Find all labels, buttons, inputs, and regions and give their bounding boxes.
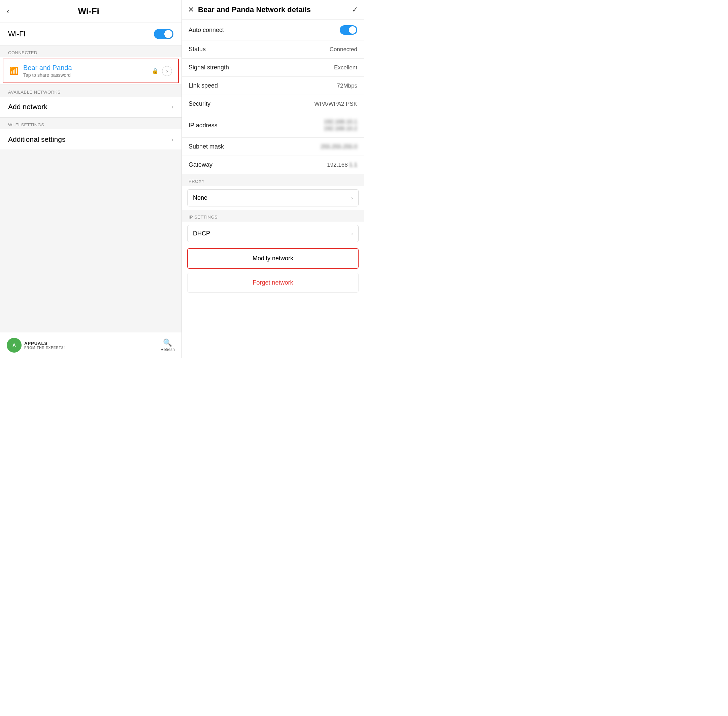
ip-address-label: IP address [188,122,324,129]
subnet-mask-label: Subnet mask [188,143,320,150]
network-sub: Tap to share password [23,73,152,78]
refresh-button[interactable]: 🔍 Refresh [161,338,175,352]
modify-network-button[interactable]: Modify network [187,248,359,269]
status-row: Status Connected [182,40,364,59]
subnet-mask-value: 255.255.255.0 [320,144,357,150]
add-network-item[interactable]: Add network › [0,97,182,117]
gateway-label: Gateway [188,161,327,168]
link-speed-row: Link speed 72Mbps [182,77,364,95]
network-name: Bear and Panda [23,64,152,72]
page-title: Wi-Fi [16,6,161,17]
wifi-toggle[interactable] [154,29,173,39]
back-button[interactable]: ‹ [7,7,9,16]
ip-settings-selector[interactable]: DHCP › [187,225,359,242]
proxy-value-label: None [193,194,351,202]
refresh-label: Refresh [161,347,175,352]
network-chevron-button[interactable]: › [162,66,172,76]
link-speed-label: Link speed [188,82,337,89]
signal-strength-label: Signal strength [188,64,334,71]
confirm-button[interactable]: ✓ [352,5,358,14]
connected-network-item[interactable]: 📶 Bear and Panda Tap to share password 🔒… [3,59,179,83]
close-button[interactable]: ✕ [188,5,194,14]
security-value: WPA/WPA2 PSK [314,101,357,108]
logo-sub-text: FROM THE EXPERTS! [24,346,65,350]
right-header: ✕ Bear and Panda Network details ✓ [182,0,364,20]
forget-network-button[interactable]: Forget network [187,273,359,293]
modify-network-label: Modify network [253,255,293,262]
right-panel: ✕ Bear and Panda Network details ✓ Auto … [182,0,364,358]
auto-connect-knob [349,26,356,34]
appuals-logo: A APPUALS FROM THE EXPERTS! [7,338,65,353]
ip-settings-chevron-icon: › [351,231,353,237]
bottom-bar: A APPUALS FROM THE EXPERTS! 🔍 Refresh [0,332,182,358]
additional-settings-chevron-icon: › [171,136,173,143]
wifi-toggle-row: Wi-Fi [0,23,182,46]
ip-settings-value-label: DHCP [193,230,351,237]
refresh-icon: 🔍 [163,338,172,347]
additional-settings-item[interactable]: Additional settings › [0,129,182,150]
left-panel: ‹ Wi-Fi Wi-Fi CONNECTED 📶 Bear and Panda… [0,0,182,358]
logo-icon: A [7,338,21,353]
ip-settings-section-header: IP SETTINGS [182,210,364,221]
ip-address-row: IP address 192.168.10.1192.168.10.2 [182,113,364,138]
logo-main-text: APPUALS [24,341,65,346]
signal-strength-row: Signal strength Excellent [182,59,364,77]
wifi-signal-icon: 📶 [9,67,18,76]
gateway-row: Gateway 192.168 1.1 [182,156,364,174]
network-actions: 🔒 › [152,66,172,76]
additional-settings-label: Additional settings [8,135,171,144]
wifi-main-label: Wi-Fi [8,30,154,38]
ip-address-value: 192.168.10.1192.168.10.2 [324,118,357,132]
logo-text-block: APPUALS FROM THE EXPERTS! [24,341,65,350]
link-speed-value: 72Mbps [337,82,357,89]
proxy-selector[interactable]: None › [187,189,359,206]
available-section-label: AVAILABLE NETWORKS [0,85,182,97]
status-label: Status [188,46,330,53]
signal-strength-value: Excellent [334,64,357,71]
auto-connect-toggle[interactable] [340,25,357,35]
proxy-section-header: PROXY [182,174,364,186]
status-value: Connected [330,46,357,53]
network-info: Bear and Panda Tap to share password [23,64,152,78]
wifi-settings-section-label: WI-FI SETTINGS [0,118,182,129]
security-row: Security WPA/WPA2 PSK [182,95,364,113]
subnet-mask-row: Subnet mask 255.255.255.0 [182,138,364,156]
security-label: Security [188,100,314,108]
connected-section-label: CONNECTED [0,46,182,57]
left-header: ‹ Wi-Fi [0,0,182,23]
network-details-title: Bear and Panda Network details [198,5,352,14]
lock-icon: 🔒 [152,68,159,74]
proxy-chevron-icon: › [351,195,353,201]
gray-background [0,150,182,332]
auto-connect-label: Auto connect [188,27,340,34]
gateway-value: 192.168 1.1 [327,162,357,168]
add-network-chevron-icon: › [171,103,173,111]
toggle-knob [164,30,172,38]
auto-connect-row: Auto connect [182,20,364,40]
add-network-label: Add network [8,103,171,111]
forget-network-label: Forget network [253,279,293,286]
